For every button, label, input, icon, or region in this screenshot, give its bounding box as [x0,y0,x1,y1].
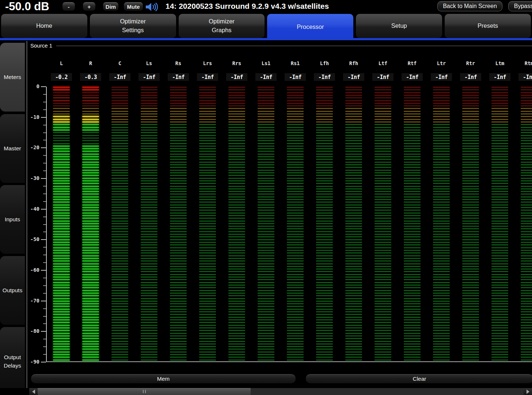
tab-processor[interactable]: Processor [267,14,353,40]
scale-major-tick [41,331,46,332]
channel-label-rtf: Rtf [402,60,423,66]
channel-meter-rrs [228,87,245,362]
clear-button[interactable]: Clear [305,374,532,384]
channel-meter-rtm [521,87,532,362]
channel-meter-rfh [345,87,362,362]
channel-peak-value-ltr: -Inf [431,73,452,81]
tab-optimizer-settings[interactable]: Optimizer Settings [90,14,176,38]
scale-minor-tick [43,224,46,225]
sidebar-item-master[interactable]: Master [0,114,25,183]
scale-minor-tick [43,323,46,324]
channel-peak-value-rs: -Inf [168,73,189,81]
speaker-icon [145,2,159,12]
scale-minor-tick [43,163,46,163]
scroll-left-arrow-button[interactable] [29,388,38,395]
channel-label-ltm: Ltm [489,60,510,66]
tab-presets[interactable]: Presets [445,14,531,38]
tab-setup[interactable]: Setup [356,14,442,38]
scale-minor-tick [43,186,46,187]
scale-major-tick [41,178,46,179]
thumb-grip-icon [143,390,144,393]
channel-peak-value-lfh: -Inf [314,73,335,81]
channel-label-rfh: Rfh [343,60,364,66]
right-triangle-icon [527,390,529,394]
scale-major-tick [41,147,46,148]
channel-peak-value-rtr: -Inf [460,73,481,81]
master-volume-display[interactable]: -50.0 dB [5,0,49,13]
scale-minor-tick [43,102,46,102]
channel-meter-ltr [433,87,450,362]
channel-peak-value-rtf: -Inf [402,73,423,81]
scale-minor-tick [43,125,46,125]
channel-label-lrs: Lrs [197,60,218,66]
scale-minor-tick [43,346,46,347]
tab-home[interactable]: Home [1,14,87,38]
mute-button[interactable]: Mute [123,2,143,11]
preset-title: 14: 20200523 Surround 9.2.9 v4.3 w/satel… [166,2,329,11]
processor-meters-screen: -50.0 dB - + Dim Mute 14: 20200523 Surro… [0,0,532,395]
scale-minor-tick [43,109,46,110]
scale-minor-tick [43,278,46,278]
channel-label-l: L [51,60,72,66]
volume-plus-button[interactable]: + [83,2,96,11]
bypass-button[interactable]: Bypass [508,1,532,11]
sidebar-item-meters[interactable]: Meters [0,43,25,112]
mem-button[interactable]: Mem [31,374,296,384]
scale-minor-tick [43,140,46,140]
channel-meter-ltf [375,87,391,362]
channel-meter-rtr [462,87,479,362]
channel-meter-rs1 [287,87,304,362]
scale-major-tick [41,86,46,87]
channel-peak-value-rs1: -Inf [285,73,306,81]
channel-meter-ls1 [258,87,274,362]
scale-minor-tick [43,339,46,339]
channel-label-c: C [109,60,130,66]
thumb-grip-icon [145,390,146,393]
channel-peak-value-ltm: -Inf [489,73,510,81]
channel-label-rrs: Rrs [226,60,247,66]
scale-minor-tick [43,232,46,232]
back-to-main-screen-button[interactable]: Back to Main Screen [437,1,502,11]
channel-peak-value-lrs: -Inf [197,73,218,81]
sidebar-item-outputs[interactable]: Outputs [0,256,25,325]
scale-major-tick [41,239,46,240]
channel-label-rtm: Rtm [518,60,532,66]
channel-meter-lrs [199,87,216,362]
tab-optimizer-graphs[interactable]: Optimizer Graphs [179,14,265,38]
sidebar-item-inputs[interactable]: Inputs [0,185,25,254]
scale-major-tick [41,117,46,118]
scale-minor-tick [43,170,46,171]
panel-left-border [26,41,27,395]
channel-meter-rtf [404,87,421,362]
channel-peak-value-ls1: -Inf [255,73,277,81]
channel-label-ltf: Ltf [372,60,394,66]
horizontal-scrollbar [0,388,532,395]
channel-peak-value-l: -0.2 [51,73,72,81]
db-scale: 0-10-20-30-40-50-60-70-80-90 [0,0,532,395]
channel-meter-ltm [491,87,508,362]
scale-minor-tick [43,354,46,355]
scrollbar-thumb[interactable] [38,388,251,395]
top-bar: -50.0 dB - + Dim Mute 14: 20200523 Surro… [0,0,532,14]
volume-minus-button[interactable]: - [62,2,75,11]
active-tab-underline [0,38,532,40]
channel-peak-value-ls: -Inf [138,73,160,81]
channel-peak-value-rrs: -Inf [226,73,247,81]
scale-major-tick [41,270,46,271]
scroll-right-arrow-button[interactable] [524,388,532,395]
channel-peak-value-rtm: -Inf [518,73,532,81]
scale-major-tick [41,362,46,362]
scale-minor-tick [43,217,46,217]
channel-peak-value-ltf: -Inf [372,73,394,81]
channel-meter-lfh [316,87,333,362]
channel-meter-c [111,87,128,362]
channel-peak-value-rfh: -Inf [343,73,364,81]
dim-button[interactable]: Dim [103,2,119,11]
scale-major-tick [41,209,46,210]
channel-peak-value-c: -Inf [109,73,130,81]
source-group-label: Source 1 [30,42,52,49]
sidebar-item-output-delays[interactable]: Output Delays [0,327,25,395]
meter-baseline [46,361,532,362]
scale-minor-tick [43,193,46,194]
source-group-border [56,46,532,46]
